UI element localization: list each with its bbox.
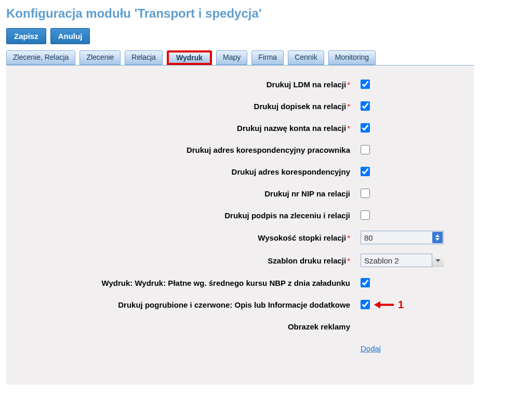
form-panel: Drukuj LDM na relacji* Drukuj dopisek na… — [6, 65, 474, 385]
tab-monitoring[interactable]: Monitoring — [328, 50, 376, 65]
form-row: Drukuj podpis na zleceniu i relacji — [22, 209, 458, 221]
field-label: Drukuj dopisek na relacji* — [22, 102, 354, 111]
field-label: Szablon druku relacji* — [22, 256, 354, 265]
field-label: Wysokość stopki relacji* — [22, 233, 354, 242]
required-marker: * — [347, 80, 350, 89]
form-row: Wydruk: Wydruk: Płatne wg. średnego kurs… — [22, 276, 458, 289]
tab-mapy[interactable]: Mapy — [216, 50, 247, 65]
checkbox-adres-pracownika[interactable] — [361, 145, 370, 154]
tab-bar: Zlecenie, Relacja Zlecenie Relacja Wydru… — [6, 50, 526, 65]
form-row: Obrazek reklamy — [22, 320, 458, 333]
tab-wydruk[interactable]: Wydruk — [167, 50, 212, 65]
field-label: Drukuj nazwę konta na relacji* — [22, 124, 354, 133]
checkbox-podpis[interactable] — [361, 210, 370, 220]
required-marker: * — [347, 256, 350, 265]
form-row: Szablon druku relacji* — [22, 254, 458, 267]
checkbox-pogrubione-czerwone[interactable] — [361, 300, 370, 309]
cancel-button[interactable]: Anuluj — [50, 28, 90, 44]
select-szablon-druku[interactable] — [361, 254, 444, 267]
field-label: Drukuj adres korespondencyjny — [22, 167, 354, 176]
required-marker: * — [347, 102, 350, 111]
input-wysokosc-stopki[interactable] — [361, 231, 444, 244]
spinner-icon[interactable] — [432, 232, 443, 243]
page-title: Konfiguracja modułu 'Transport i spedycj… — [6, 6, 526, 21]
arrow-shaft — [380, 304, 394, 306]
form-row: Drukuj LDM na relacji* — [22, 78, 458, 90]
field-label: Obrazek reklamy — [22, 322, 354, 331]
checkbox-platne-nbp[interactable] — [361, 278, 370, 287]
tab-cennik[interactable]: Cennik — [288, 50, 324, 65]
tab-firma[interactable]: Firma — [251, 50, 284, 65]
field-label: Wydruk: Wydruk: Płatne wg. średnego kurs… — [22, 279, 354, 287]
required-marker: * — [347, 124, 350, 133]
form-row: Drukuj nr NIP na relacji — [22, 187, 458, 200]
required-marker: * — [347, 233, 350, 242]
add-link[interactable]: Dodaj — [361, 344, 381, 353]
annotation-arrow: 1 — [374, 299, 404, 311]
arrow-left-icon — [374, 301, 380, 308]
checkbox-nip[interactable] — [361, 189, 370, 198]
field-label: Drukuj podpis na zleceniu i relacji — [22, 211, 354, 220]
dropdown-arrow-icon[interactable] — [432, 254, 444, 267]
field-label: Drukuj LDM na relacji* — [22, 80, 354, 89]
form-row: Drukuj adres korespondencyjny — [22, 165, 458, 178]
form-row: Drukuj pogrubione i czerwone: Opis lub I… — [22, 298, 458, 311]
tab-zlecenie-relacja[interactable]: Zlecenie, Relacja — [6, 50, 75, 65]
form-row: Dodaj — [22, 342, 458, 354]
checkbox-drukuj-ldm[interactable] — [361, 80, 370, 89]
form-row: Wysokość stopki relacji* — [22, 231, 458, 244]
chevron-down-icon — [435, 259, 441, 262]
field-label: Drukuj nr NIP na relacji — [22, 189, 354, 198]
field-label: Drukuj pogrubione i czerwone: Opis lub I… — [22, 300, 354, 309]
form-row: Drukuj dopisek na relacji* — [22, 100, 458, 112]
form-row: Drukuj adres korespondencyjny pracownika — [22, 143, 458, 156]
chevron-up-icon — [435, 234, 440, 237]
tab-relacja[interactable]: Relacja — [125, 50, 163, 65]
annotation-number: 1 — [398, 299, 404, 311]
checkbox-adres-koresp[interactable] — [361, 167, 370, 176]
action-buttons: Zapisz Anuluj — [6, 28, 526, 44]
checkbox-drukuj-nazwe-konta[interactable] — [361, 123, 370, 133]
form-row: Drukuj nazwę konta na relacji* — [22, 122, 458, 134]
chevron-down-icon — [435, 238, 440, 241]
save-button[interactable]: Zapisz — [6, 28, 46, 44]
checkbox-drukuj-dopisek[interactable] — [361, 101, 370, 111]
field-label: Drukuj adres korespondencyjny pracownika — [22, 146, 354, 154]
tab-zlecenie[interactable]: Zlecenie — [79, 50, 121, 65]
